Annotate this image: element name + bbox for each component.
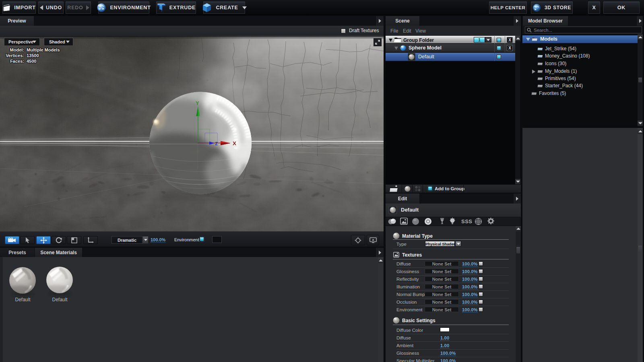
svg-text:X: X [233, 140, 236, 146]
svg-text:Y: Y [196, 100, 199, 106]
svg-text:SSS: SSS [461, 218, 473, 224]
svg-text:Z: Z [215, 141, 218, 146]
